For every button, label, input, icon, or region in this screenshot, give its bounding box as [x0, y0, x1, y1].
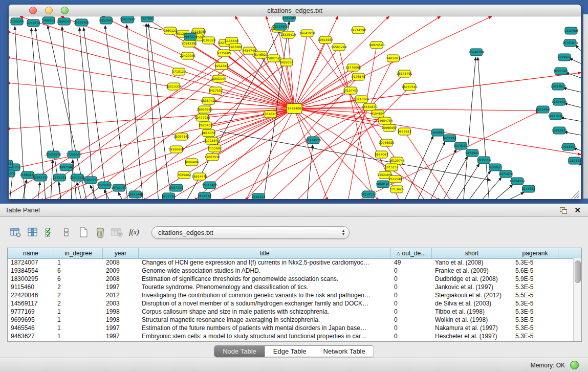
graph-edge[interactable]: [51, 160, 53, 199]
graph-edge[interactable]: [288, 35, 294, 108]
graph-edge[interactable]: [38, 182, 40, 199]
table-row[interactable]: 946554611997Estimation of the future num…: [8, 324, 573, 332]
graph-edge[interactable]: [35, 28, 61, 199]
graph-node[interactable]: 9457791: [169, 184, 183, 191]
scrollbar-thumb[interactable]: [575, 260, 581, 283]
graph-node[interactable]: 8958924: [443, 135, 456, 142]
graph-edge[interactable]: [294, 108, 539, 111]
graph-node[interactable]: 19166869: [168, 146, 184, 153]
graph-node[interactable]: 1615152: [385, 164, 399, 171]
graph-node[interactable]: 1713426: [390, 186, 404, 193]
graph-node[interactable]: 8099488: [185, 159, 199, 166]
graph-edge[interactable]: [81, 58, 274, 199]
table-row[interactable]: 977716911998Corpus callosum shape and si…: [8, 308, 573, 316]
tab-edge-table[interactable]: Edge Table: [265, 346, 315, 357]
graph-node[interactable]: 7957224: [183, 33, 197, 40]
graph-node[interactable]: 14136158: [361, 191, 377, 198]
graph-edge[interactable]: [507, 192, 524, 199]
graph-node[interactable]: 7485083: [386, 55, 400, 62]
memory-status-icon[interactable]: [570, 361, 579, 369]
column-header-name[interactable]: name: [8, 248, 54, 258]
graph-node[interactable]: 1292344: [251, 193, 265, 199]
graph-edge[interactable]: [561, 118, 581, 121]
graph-node[interactable]: 9227343: [554, 68, 568, 75]
function-builder-icon[interactable]: f(x): [126, 225, 142, 239]
graph-node[interactable]: 12867516: [204, 154, 220, 161]
graph-node[interactable]: 10756928: [379, 139, 395, 146]
graph-edge[interactable]: [307, 33, 425, 199]
graph-edge[interactable]: [118, 192, 122, 199]
graph-node[interactable]: 17016504: [561, 143, 577, 150]
graph-node[interactable]: 16561244: [331, 43, 347, 51]
graph-node[interactable]: 14954754: [377, 117, 393, 124]
graph-node[interactable]: 9457792: [162, 193, 176, 199]
graph-edge[interactable]: [203, 108, 294, 118]
row-select-button[interactable]: [42, 225, 57, 239]
graph-edge[interactable]: [443, 157, 468, 199]
graph-node[interactable]: 9822037: [280, 59, 294, 66]
graph-edge[interactable]: [215, 108, 294, 148]
graph-node[interactable]: 20691406: [74, 19, 90, 26]
new-file-button[interactable]: [76, 225, 91, 239]
graph-node[interactable]: 15037140: [173, 133, 189, 140]
graph-node[interactable]: 7625401: [199, 122, 212, 129]
column-header-pagerank[interactable]: pagerank: [512, 248, 558, 258]
graph-node[interactable]: 13325419: [280, 31, 296, 38]
table-row[interactable]: 1872400712008Changes of HCN gene express…: [8, 258, 573, 267]
column-select-button[interactable]: [25, 225, 40, 239]
graph-edge[interactable]: [307, 145, 313, 199]
graph-edge[interactable]: [206, 108, 294, 125]
graph-node[interactable]: 10996957: [381, 124, 397, 132]
graph-node[interactable]: 2803144: [212, 75, 226, 82]
graph-edge[interactable]: [9, 108, 294, 129]
table-row[interactable]: 2242004622012Investigating the contribut…: [8, 291, 573, 299]
graph-edge[interactable]: [194, 107, 370, 199]
graph-node[interactable]: 8427552: [209, 87, 223, 94]
graph-node[interactable]: 10543392: [181, 40, 197, 47]
graph-edge[interactable]: [148, 24, 171, 199]
graph-edge[interactable]: [564, 132, 581, 135]
graph-edge[interactable]: [494, 185, 513, 199]
graph-node[interactable]: 8186328: [202, 37, 215, 44]
graph-edge[interactable]: [126, 25, 143, 199]
delete-button[interactable]: [93, 225, 108, 239]
graph-edge[interactable]: [143, 108, 294, 199]
graph-node[interactable]: 1112456: [564, 27, 578, 34]
graph-edge[interactable]: [294, 16, 492, 108]
graph-node[interactable]: 1872400: [287, 104, 302, 114]
graph-node[interactable]: 12213334: [166, 83, 182, 90]
graph-edge[interactable]: [404, 132, 450, 199]
graph-node[interactable]: 9474444: [465, 149, 479, 157]
graph-node[interactable]: 8215958: [536, 106, 550, 113]
graph-node[interactable]: 16120746: [389, 157, 405, 164]
table-row[interactable]: 946362711997Embryonic stem cells: a mode…: [8, 332, 573, 340]
graph-node[interactable]: 1545191: [53, 174, 67, 181]
graph-node[interactable]: 17957254: [83, 177, 99, 184]
graph-node[interactable]: 9860123: [163, 27, 177, 34]
graph-edge[interactable]: [294, 91, 351, 108]
window-titlebar[interactable]: citations_edges.txt: [9, 5, 581, 16]
graph-node[interactable]: 9997548: [59, 164, 73, 171]
graph-node[interactable]: 22420046: [180, 52, 195, 59]
graph-edge[interactable]: [20, 16, 294, 108]
graph-node[interactable]: 8131304: [282, 16, 296, 21]
graph-edge[interactable]: [169, 91, 351, 199]
graph-node[interactable]: 9242848: [214, 62, 228, 70]
graph-node[interactable]: 16164670: [362, 103, 378, 111]
graph-node[interactable]: 13030215: [263, 111, 278, 118]
graph-edge[interactable]: [456, 164, 480, 199]
graph-edge[interactable]: [77, 182, 81, 199]
graph-node[interactable]: 8684067: [375, 151, 388, 158]
graph-node[interactable]: 16210643: [548, 113, 564, 120]
graph-node[interactable]: 17359934: [66, 151, 82, 158]
graph-edge[interactable]: [417, 142, 445, 199]
table-row[interactable]: 1830029562008Estimation of significance …: [8, 275, 573, 283]
graph-edge[interactable]: [294, 33, 307, 108]
graph-node[interactable]: 15751074: [562, 39, 578, 47]
graph-node[interactable]: 16648784: [468, 49, 484, 56]
graph-edge[interactable]: [61, 16, 294, 108]
graph-edge[interactable]: [294, 108, 328, 199]
graph-node[interactable]: 1640958: [431, 129, 445, 136]
graph-node[interactable]: 2069141: [57, 18, 71, 25]
graph-node[interactable]: 7115882: [208, 145, 222, 152]
